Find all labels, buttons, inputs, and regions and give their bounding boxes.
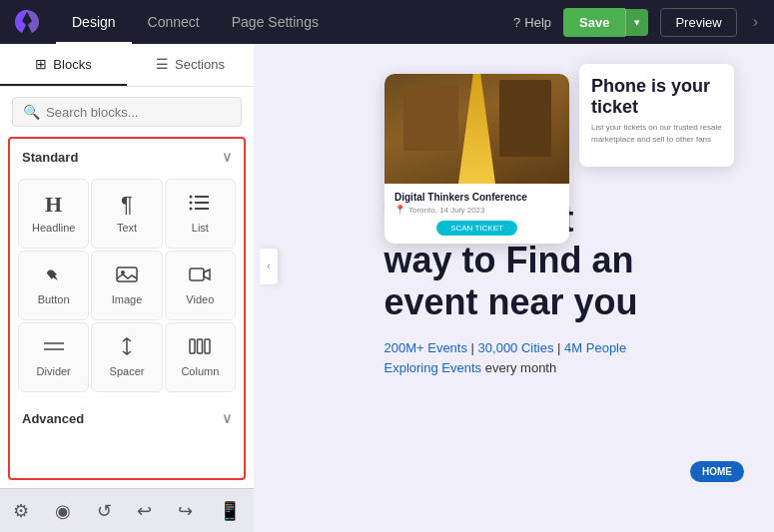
undo-icon[interactable]: ↩	[129, 492, 160, 530]
bottom-toolbar: ⚙ ◉ ↺ ↩ ↪ 📱	[0, 488, 254, 532]
home-badge: HOME	[690, 461, 744, 482]
save-button[interactable]: Save	[563, 8, 625, 37]
layers-icon[interactable]: ◉	[47, 492, 79, 530]
headline-icon: H	[45, 194, 62, 216]
event-card: Digital Thinkers Conference 📍 Toronto, 1…	[385, 74, 569, 244]
phone-ticket-card: Phone is your ticket List your tickets o…	[579, 64, 734, 167]
advanced-chevron-icon[interactable]: ∨	[222, 410, 232, 426]
standard-chevron-icon[interactable]: ∨	[222, 149, 232, 165]
preview-button[interactable]: Preview	[660, 8, 736, 37]
scan-ticket-button[interactable]: SCAN TICKET	[436, 221, 517, 236]
navbar: Design Connect Page Settings ? Help Save…	[0, 0, 774, 44]
block-spacer[interactable]: Spacer	[91, 322, 162, 392]
search-icon: 🔍	[23, 104, 40, 120]
search-box: 🔍	[12, 97, 242, 127]
location-icon: 📍	[394, 205, 405, 215]
sections-tab-icon: ☰	[156, 56, 169, 72]
blocks-panel: Standard ∨ H Headline ¶ Text	[8, 137, 246, 480]
blocks-grid: H Headline ¶ Text	[10, 175, 244, 400]
svg-rect-8	[190, 268, 204, 280]
image-icon	[116, 266, 138, 287]
spacer-icon	[116, 337, 138, 359]
search-input[interactable]	[46, 105, 231, 120]
video-icon	[189, 266, 211, 287]
button-icon	[43, 266, 65, 287]
tab-blocks[interactable]: ⊞ Blocks	[0, 44, 127, 86]
conference-name: Digital Thinkers Conference	[394, 192, 559, 203]
event-card-body: Digital Thinkers Conference 📍 Toronto, 1…	[385, 184, 569, 244]
svg-rect-13	[198, 339, 203, 353]
svg-point-5	[190, 208, 193, 211]
save-dropdown-button[interactable]: ▾	[625, 9, 648, 36]
nav-tabs: Design Connect Page Settings	[56, 0, 513, 44]
block-image[interactable]: Image	[91, 251, 162, 320]
text-icon: ¶	[121, 194, 133, 216]
block-video[interactable]: Video	[165, 251, 236, 320]
block-list[interactable]: List	[165, 179, 236, 249]
block-button[interactable]: Button	[18, 251, 89, 320]
event-card-area: Digital Thinkers Conference 📍 Toronto, 1…	[385, 64, 754, 512]
divider-icon	[43, 337, 65, 359]
nav-tab-connect[interactable]: Connect	[132, 0, 216, 44]
page-preview: The fastest way to Find an event near yo…	[274, 64, 754, 512]
redo-icon[interactable]: ↪	[170, 492, 201, 530]
search-area: 🔍	[0, 87, 254, 137]
canvas-area: The fastest way to Find an event near yo…	[254, 44, 774, 532]
svg-point-4	[190, 202, 193, 205]
column-icon	[189, 337, 211, 359]
standard-section-header: Standard ∨	[10, 139, 244, 175]
phone-ticket-title: Phone is your ticket	[591, 76, 722, 117]
history-icon[interactable]: ↺	[89, 492, 120, 530]
settings-icon[interactable]: ⚙	[5, 492, 37, 530]
mobile-icon[interactable]: 📱	[211, 492, 249, 530]
list-icon	[189, 194, 211, 216]
svg-rect-14	[205, 339, 210, 353]
block-column[interactable]: Column	[165, 322, 236, 392]
conference-location: 📍 Toronto, 14 July 2023	[394, 205, 559, 215]
svg-rect-12	[190, 339, 195, 353]
help-button[interactable]: ? Help	[513, 15, 551, 30]
phone-ticket-subtitle: List your tickets on our trusted resale …	[591, 122, 722, 144]
nav-right: ? Help Save ▾ Preview ›	[513, 8, 762, 37]
block-text[interactable]: ¶ Text	[91, 179, 162, 249]
left-panel: ⊞ Blocks ☰ Sections 🔍 Standard ∨	[0, 44, 254, 532]
svg-rect-6	[117, 267, 137, 281]
event-card-image	[385, 74, 569, 184]
save-group: Save ▾	[563, 8, 648, 37]
svg-point-3	[190, 196, 193, 199]
main-layout: ⊞ Blocks ☰ Sections 🔍 Standard ∨	[0, 44, 774, 532]
nav-tab-design[interactable]: Design	[56, 0, 132, 44]
panel-toggle[interactable]: ‹	[260, 249, 278, 284]
blocks-tab-icon: ⊞	[35, 56, 47, 72]
logo	[12, 8, 40, 36]
tab-sections[interactable]: ☰ Sections	[127, 44, 254, 86]
block-divider[interactable]: Divider	[18, 322, 89, 392]
nav-chevron-icon[interactable]: ›	[749, 13, 762, 31]
advanced-section-header: Advanced ∨	[10, 400, 244, 436]
panel-tabs: ⊞ Blocks ☰ Sections	[0, 44, 254, 87]
nav-tab-page-settings[interactable]: Page Settings	[216, 0, 335, 44]
block-headline[interactable]: H Headline	[18, 179, 89, 249]
